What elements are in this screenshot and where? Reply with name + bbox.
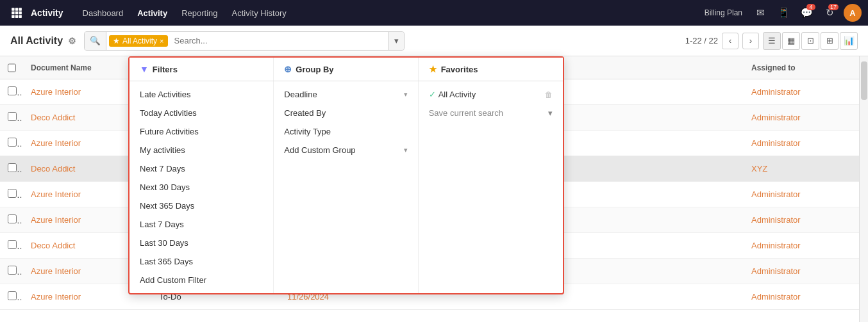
delete-favorite-button[interactable]: 🗑 [545, 90, 553, 99]
row-assigned-to[interactable]: Administrator [744, 241, 859, 250]
filter-dropdown-panel: ▼ Filters ⊕ Group By ★ Favorites Late Ac… [128, 56, 564, 294]
dropdown-body: Late ActivitiesToday ActivitiesFuture Ac… [129, 81, 563, 293]
search-tag: ★ All Activity × [109, 35, 167, 47]
filter-item[interactable]: Last 30 Days [129, 234, 273, 252]
settings-icon[interactable]: ⚙ [68, 36, 76, 46]
row-checkbox-cell [0, 138, 23, 149]
filters-col: Late ActivitiesToday ActivitiesFuture Ac… [129, 81, 274, 293]
row-checkbox-cell [0, 240, 23, 251]
svg-rect-0 [12, 8, 15, 11]
chat-icon[interactable]: 💬 4 [797, 4, 815, 22]
row-assigned-to[interactable]: Administrator [744, 189, 859, 199]
row-checkbox-cell [0, 214, 23, 225]
row-checkbox-cell [0, 291, 23, 302]
row-checkbox[interactable] [8, 112, 17, 121]
page-title: All Activity ⚙ [10, 35, 76, 47]
search-button[interactable]: 🔍 [85, 32, 106, 50]
groupby-item[interactable]: Deadline▾ [274, 85, 417, 104]
svg-rect-8 [19, 15, 22, 18]
row-checkbox[interactable] [8, 240, 17, 249]
filter-item[interactable]: Today Activities [129, 104, 273, 122]
filter-icon: ▼ [140, 64, 149, 74]
filter-item[interactable]: Future Activities [129, 122, 273, 141]
svg-rect-1 [15, 8, 19, 11]
row-checkbox[interactable] [8, 138, 17, 147]
filter-item[interactable]: Last 7 Days [129, 215, 273, 234]
filter-item[interactable]: Next 365 Days [129, 197, 273, 215]
filters-header: ▼ Filters [129, 58, 274, 81]
row-checkbox[interactable] [8, 189, 17, 198]
search-input[interactable] [171, 36, 389, 45]
svg-rect-3 [12, 12, 15, 15]
select-all-checkbox[interactable] [8, 63, 16, 72]
row-checkbox[interactable] [8, 163, 17, 172]
prev-page-button[interactable]: ‹ [722, 33, 739, 49]
nav-link-activity[interactable]: Activity [131, 6, 174, 20]
list-view-button[interactable]: ☰ [763, 32, 781, 50]
search-bar: 🔍 ★ All Activity × ▾ [84, 31, 405, 51]
row-assigned-to[interactable]: Administrator [744, 113, 859, 122]
pagination: 1-22 / 22 ‹ › ☰ ▦ ⊡ ⊞ 📊 [685, 32, 858, 50]
row-checkbox-cell [0, 112, 23, 123]
row-checkbox[interactable] [8, 266, 17, 275]
kanban-view-button[interactable]: ⊡ [801, 32, 819, 50]
filter-item[interactable]: My activities [129, 141, 273, 159]
row-assigned-to[interactable]: Administrator [744, 266, 859, 276]
check-icon: ✓ [429, 90, 436, 99]
filter-item[interactable]: Next 7 Days [129, 159, 273, 178]
row-checkbox-cell [0, 189, 23, 200]
row-assigned-to[interactable]: Administrator [744, 215, 859, 225]
filter-item[interactable]: Next 30 Days [129, 178, 273, 197]
svg-rect-4 [15, 12, 19, 15]
row-assigned-to[interactable]: Administrator [744, 87, 859, 97]
filter-item[interactable]: Late Activities [129, 85, 273, 104]
groupby-header: ⊕ Group By [274, 58, 418, 81]
whatsapp-icon[interactable]: 📱 [774, 4, 792, 22]
chart-view-button[interactable]: 📊 [840, 32, 858, 50]
groupby-item[interactable]: Created By [274, 104, 417, 122]
scrollbar[interactable] [859, 56, 868, 322]
chat-badge: 4 [806, 4, 815, 10]
row-checkbox[interactable] [8, 214, 17, 223]
save-search-arrow: ▾ [548, 108, 553, 118]
groupby-item[interactable]: Activity Type [274, 122, 417, 141]
scrollbar-thumb[interactable] [861, 61, 867, 100]
groupby-label: Group By [296, 65, 333, 74]
history-icon[interactable]: ↻ 17 [821, 4, 839, 22]
pagination-range: 1-22 / 22 [685, 36, 718, 45]
groupby-item[interactable]: Add Custom Group▾ [274, 141, 417, 159]
avatar[interactable]: A [844, 4, 862, 22]
nav-link-dashboard[interactable]: Dashboard [76, 6, 130, 20]
select-all-header [0, 63, 23, 72]
row-assigned-to[interactable]: Administrator [744, 292, 859, 302]
svg-rect-5 [19, 12, 22, 15]
nav-link-history[interactable]: Activity History [226, 6, 293, 20]
search-tag-star: ★ [113, 36, 120, 45]
row-assigned-to[interactable]: XYZ [744, 164, 859, 173]
row-checkbox[interactable] [8, 291, 17, 300]
apps-icon[interactable] [6, 3, 27, 23]
favorite-label[interactable]: All Activity [438, 90, 476, 99]
row-checkbox-cell [0, 86, 23, 97]
favorites-header: ★ Favorites [419, 58, 563, 81]
nav-brand: Activity [31, 8, 63, 18]
favorites-icon: ★ [429, 64, 437, 74]
save-search-item[interactable]: Save current search ▾ [419, 104, 563, 122]
row-checkbox[interactable] [8, 86, 17, 95]
next-page-button[interactable]: › [742, 33, 759, 49]
calendar-view-button[interactable]: ▦ [782, 32, 800, 50]
filter-item[interactable]: Add Custom Filter [129, 271, 273, 289]
groupby-col: Deadline▾Created ByActivity TypeAdd Cust… [274, 81, 418, 293]
main-layout: Document Name Due Date ↑ Assigned to Azu… [0, 56, 868, 322]
search-dropdown-button[interactable]: ▾ [388, 32, 404, 50]
top-nav: Activity Dashboard Activity Reporting Ac… [0, 0, 868, 26]
mail-icon[interactable]: ✉ [751, 4, 769, 22]
favorites-label: Favorites [441, 65, 478, 74]
nav-link-reporting[interactable]: Reporting [175, 6, 224, 20]
filter-item[interactable]: Last 365 Days [129, 252, 273, 271]
favorites-col: ✓ All Activity 🗑 Save current search ▾ [419, 81, 563, 293]
dropdown-header: ▼ Filters ⊕ Group By ★ Favorites [129, 58, 563, 81]
row-assigned-to[interactable]: Administrator [744, 138, 859, 148]
search-tag-remove[interactable]: × [160, 37, 163, 45]
grid-view-button[interactable]: ⊞ [821, 32, 839, 50]
